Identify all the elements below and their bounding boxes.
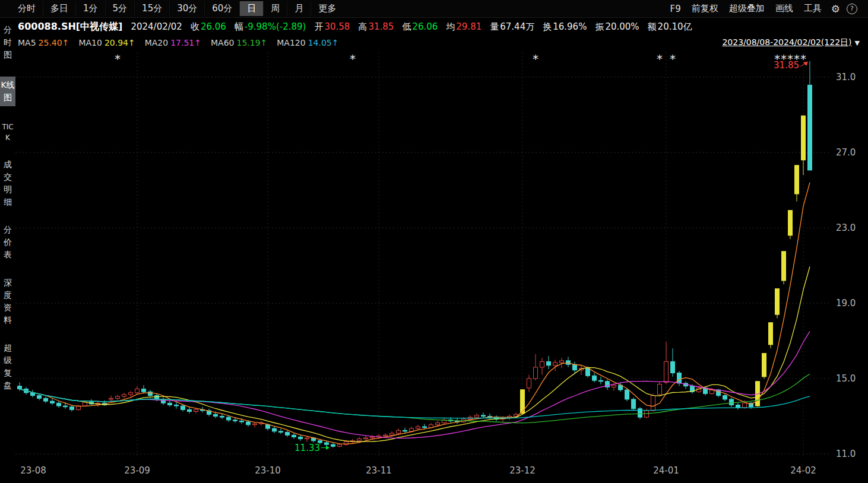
ma120-readout: MA120 14.05↑ (277, 38, 338, 47)
tab-intraday[interactable]: 分时 (11, 1, 43, 16)
left-sidebar: 分时图 K线图 TICK 成交明细 分价表 深度资料 超级复盘 (0, 18, 15, 483)
ma10-readout: MA10 20.94↑ (78, 38, 135, 47)
field-avg: 均 29.81 (446, 21, 481, 33)
kline-chart[interactable]: 31.027.023.019.015.011.023-0823-0923-102… (15, 50, 868, 483)
ma20-readout: MA20 17.51↑ (145, 38, 201, 47)
f9-button[interactable]: F9 (665, 2, 686, 16)
svg-text:*: * (350, 52, 356, 66)
sidebar-item-intraday-chart[interactable]: 分时图 (0, 24, 15, 61)
draw-line-button[interactable]: 画线 (770, 1, 799, 16)
sidebar-item-depth-info[interactable]: 深度资料 (0, 277, 15, 326)
chevron-down-icon: ▼ (855, 39, 860, 47)
ma60-readout: MA60 15.19↑ (211, 38, 267, 47)
tab-60min[interactable]: 60分 (204, 1, 239, 16)
gear-icon[interactable]: ⚙ (827, 3, 844, 15)
svg-text:23-08: 23-08 (20, 465, 46, 476)
sidebar-item-price-table[interactable]: 分价表 (0, 224, 15, 261)
content-area: 600088.SH[中视传媒] 2024/02/02 收 26.06 幅 -9.… (15, 18, 868, 483)
svg-text:31.0: 31.0 (836, 72, 856, 82)
field-turnover: 换 16.96% (543, 21, 587, 33)
range-selector[interactable]: 2023/08/08-2024/02/02(122日) ▼ (722, 37, 868, 48)
forward-adjust-button[interactable]: 前复权 (686, 1, 724, 16)
sidebar-item-trade-detail[interactable]: 成交明细 (0, 158, 15, 208)
tab-multi-day[interactable]: 多日 (43, 1, 75, 16)
chart-area: 31.027.023.019.015.011.023-0823-0923-102… (15, 50, 868, 483)
svg-text:23.0: 23.0 (836, 223, 856, 233)
svg-text:15.0: 15.0 (836, 373, 856, 384)
svg-text:27.0: 27.0 (836, 147, 856, 158)
svg-text:31.85: 31.85 (774, 60, 799, 71)
field-open: 开 30.58 (314, 21, 350, 33)
field-amount: 额 20.10亿 (648, 21, 692, 33)
help-icon[interactable]: ? (847, 4, 857, 14)
svg-text:23-11: 23-11 (366, 465, 392, 476)
field-amplitude: 振 20.00% (595, 21, 639, 33)
tab-monthly[interactable]: 月 (287, 1, 311, 16)
svg-text:23-10: 23-10 (255, 465, 281, 476)
super-overlay-button[interactable]: 超级叠加 (724, 1, 770, 16)
svg-text:23-09: 23-09 (124, 465, 150, 476)
sidebar-item-tick[interactable]: TICK (0, 122, 15, 143)
period-tabs: 分时 多日 1分 5分 15分 30分 60分 日 周 月 更多 (0, 0, 343, 17)
svg-text:24-02: 24-02 (790, 465, 816, 476)
trade-date: 2024/02/02 (131, 21, 182, 32)
field-change: 幅 -9.98%(-2.89) (235, 21, 306, 33)
svg-text:*: * (670, 52, 676, 66)
svg-text:*: * (115, 52, 121, 66)
field-close: 收 26.06 (191, 21, 226, 33)
date-range-label: 2023/08/08-2024/02/02(122日) (722, 37, 851, 48)
main-area: 分时图 K线图 TICK 成交明细 分价表 深度资料 超级复盘 600088.S… (0, 18, 868, 483)
tab-1min[interactable]: 1分 (75, 1, 105, 16)
svg-text:*: * (533, 52, 538, 66)
ma5-readout: MA5 25.40↑ (18, 38, 69, 47)
ma-bar: MA5 25.40↑ MA10 20.94↑ MA20 17.51↑ MA60 … (15, 36, 868, 50)
tab-weekly[interactable]: 周 (263, 1, 287, 16)
svg-text:19.0: 19.0 (836, 298, 856, 309)
tab-daily[interactable]: 日 (239, 1, 263, 16)
top-toolbar: 分时 多日 1分 5分 15分 30分 60分 日 周 月 更多 F9 前复权 … (0, 0, 868, 18)
field-low: 低 26.06 (402, 21, 438, 33)
tab-15min[interactable]: 15分 (134, 1, 169, 16)
sidebar-item-kline-chart[interactable]: K线图 (0, 77, 15, 106)
field-volume: 量 67.44万 (490, 21, 534, 33)
field-high: 高 31.85 (358, 21, 394, 33)
svg-text:24-01: 24-01 (653, 465, 679, 476)
sidebar-item-super-review[interactable]: 超级复盘 (0, 342, 15, 392)
tools-button[interactable]: 工具 (799, 1, 827, 16)
tab-more[interactable]: 更多 (311, 1, 343, 16)
svg-text:23-12: 23-12 (509, 465, 536, 476)
svg-text:*: * (657, 52, 663, 66)
svg-text:11.0: 11.0 (836, 449, 856, 459)
stock-code-title: 600088.SH[中视传媒] (18, 21, 122, 33)
tab-5min[interactable]: 5分 (105, 1, 135, 16)
toolbar-right: F9 前复权 超级叠加 画线 工具 ⚙ ? (665, 1, 868, 16)
svg-text:11.33: 11.33 (294, 443, 320, 453)
tab-30min[interactable]: 30分 (169, 1, 204, 16)
stock-info-bar: 600088.SH[中视传媒] 2024/02/02 收 26.06 幅 -9.… (15, 18, 868, 36)
